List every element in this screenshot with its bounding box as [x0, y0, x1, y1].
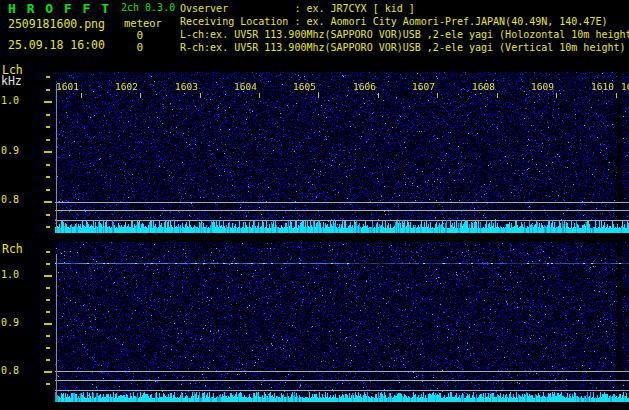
observation-datetime: 25.09.18 16:00 — [8, 38, 105, 52]
meteor-count-rch: 0 — [123, 41, 143, 54]
meteor-counter-label: meteor — [124, 17, 162, 29]
hrofft-window: H R O F F T 2ch 0.3.0 2509181600.png 25.… — [0, 0, 629, 410]
time-label-1601: 1601 — [39, 81, 79, 92]
lch-freq-label-1.0: 1.0 — [1, 95, 21, 106]
lch-info-line: L-ch:ex. UV5R 113.900Mhz(SAPPORO VOR)USB… — [180, 28, 629, 41]
location-info-line: Receiving Location : ex. Aomori City Aom… — [180, 15, 607, 28]
time-label-1602: 1602 — [98, 81, 138, 92]
rch-channel-label: Rch — [2, 242, 23, 256]
rch-freq-label-0.8: 0.8 — [1, 365, 21, 376]
time-label-1608: 1608 — [455, 81, 495, 92]
time-label-1607: 1607 — [395, 81, 435, 92]
rch-info-line: R-ch:ex. UV5R 113.900Mhz(SAPPORO VOR)USB… — [180, 41, 626, 54]
time-label-partial: 16 — [621, 81, 629, 92]
time-label-1605: 1605 — [276, 81, 316, 92]
khz-unit-label: kHz — [1, 74, 22, 88]
observer-info-line: Ovserver : ex. JR7CYX [ kid ] — [180, 2, 415, 15]
output-filename: 2509181600.png — [8, 17, 105, 31]
rch-freq-label-1.0: 1.0 — [1, 269, 21, 280]
rch-freq-label-0.9: 0.9 — [1, 317, 21, 328]
time-label-1610: 1610 — [574, 81, 614, 92]
time-label-1606: 1606 — [336, 81, 376, 92]
rch-spectrogram — [55, 242, 629, 402]
lch-freq-label-0.8: 0.8 — [1, 194, 21, 205]
time-label-1603: 1603 — [158, 81, 198, 92]
version-label: 2ch 0.3.0 — [121, 2, 175, 13]
time-label-1604: 1604 — [217, 81, 257, 92]
lch-freq-label-0.9: 0.9 — [1, 145, 21, 156]
app-title: H R O F F T — [8, 1, 111, 16]
lch-spectrogram — [55, 72, 629, 233]
time-label-1609: 1609 — [514, 81, 554, 92]
